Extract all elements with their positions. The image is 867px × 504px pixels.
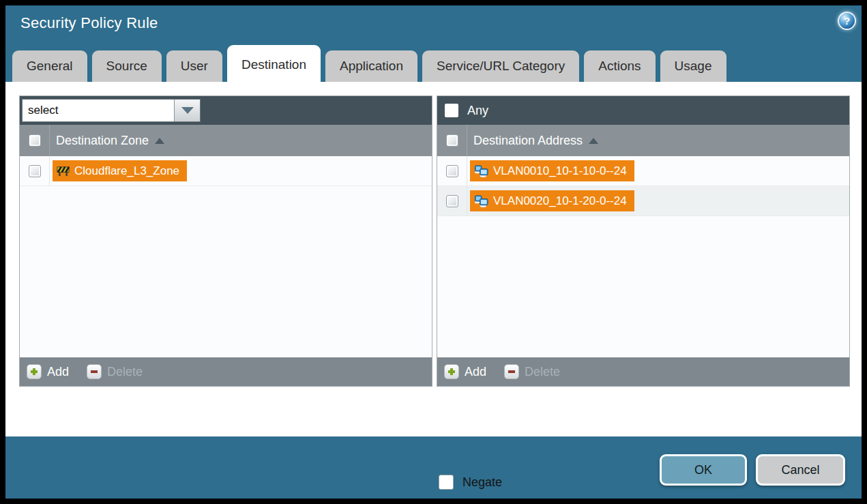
sort-ascending-icon bbox=[589, 138, 598, 144]
tab-destination[interactable]: Destination bbox=[227, 45, 321, 82]
zone-row-checkbox-cell bbox=[20, 156, 50, 186]
tab-actions[interactable]: Actions bbox=[584, 50, 655, 82]
address-column-label: Destination Address bbox=[473, 134, 583, 148]
tab-application[interactable]: Application bbox=[325, 50, 417, 82]
destination-address-panel: Any Destination Address bbox=[437, 95, 850, 387]
network-address-icon bbox=[474, 164, 488, 177]
zone-select-input[interactable] bbox=[23, 100, 174, 121]
chevron-down-icon bbox=[181, 107, 194, 114]
tab-strip: General Source User Destination Applicat… bbox=[7, 44, 859, 82]
tab-source[interactable]: Source bbox=[92, 50, 162, 82]
plus-icon bbox=[27, 364, 42, 379]
zone-row-cloudflare[interactable]: Cloudflare_L3_Zone bbox=[20, 156, 432, 186]
address-add-label: Add bbox=[465, 365, 486, 379]
zone-select-all-checkbox[interactable] bbox=[29, 134, 41, 147]
zone-column-title[interactable]: Destination Zone bbox=[56, 134, 164, 148]
plus-icon bbox=[444, 364, 459, 379]
zone-chip[interactable]: Cloudflare_L3_Zone bbox=[53, 160, 187, 181]
destination-zone-panel: Destination Zone bbox=[19, 95, 432, 387]
address-select-all-checkbox[interactable] bbox=[446, 134, 458, 147]
address-panel-header: Any bbox=[437, 96, 849, 125]
address-delete-button[interactable]: Delete bbox=[504, 364, 560, 379]
address-row-label: VLAN0010_10-1-10-0--24 bbox=[493, 164, 627, 178]
sort-ascending-icon bbox=[155, 138, 164, 144]
zone-barrier-icon bbox=[57, 165, 70, 177]
zone-delete-label: Delete bbox=[107, 365, 143, 379]
help-icon[interactable]: ? bbox=[838, 12, 856, 30]
address-add-button[interactable]: Add bbox=[444, 364, 486, 379]
zone-panel-header bbox=[20, 96, 432, 125]
title-bar: Security Policy Rule ? bbox=[5, 5, 862, 42]
security-policy-rule-dialog: Security Policy Rule ? General Source Us… bbox=[5, 5, 862, 499]
zone-column-label: Destination Zone bbox=[56, 134, 149, 148]
negate-label: Negate bbox=[462, 475, 502, 490]
tab-usage[interactable]: Usage bbox=[660, 50, 726, 82]
zone-delete-button[interactable]: Delete bbox=[87, 364, 143, 379]
zone-column-header: Destination Zone bbox=[20, 125, 432, 156]
ok-button[interactable]: OK bbox=[660, 454, 747, 486]
address-chip[interactable]: VLAN0020_10-1-20-0--24 bbox=[470, 190, 634, 211]
minus-icon bbox=[87, 364, 102, 379]
zone-add-button[interactable]: Add bbox=[27, 364, 69, 379]
address-panel-footer: Add Delete bbox=[437, 357, 849, 386]
address-row-label: VLAN0020_10-1-20-0--24 bbox=[493, 194, 627, 208]
zone-select-dropdown-button[interactable] bbox=[174, 100, 200, 121]
zone-add-label: Add bbox=[47, 365, 69, 379]
zone-row-checkbox[interactable] bbox=[29, 165, 41, 177]
minus-icon bbox=[504, 364, 519, 379]
address-chip[interactable]: VLAN0010_10-1-10-0--24 bbox=[470, 160, 634, 181]
any-toggle[interactable]: Any bbox=[439, 104, 488, 118]
negate-checkbox[interactable] bbox=[439, 475, 454, 490]
tab-general[interactable]: General bbox=[12, 50, 87, 82]
destination-tab-content: Destination Zone bbox=[5, 82, 862, 436]
zone-select-combo bbox=[22, 99, 201, 122]
cancel-button[interactable]: Cancel bbox=[756, 454, 845, 486]
address-row-checkbox-cell bbox=[437, 156, 467, 186]
address-column-title[interactable]: Destination Address bbox=[473, 134, 598, 148]
network-address-icon bbox=[474, 194, 488, 207]
address-delete-label: Delete bbox=[525, 365, 560, 379]
zone-panel-footer: Add Delete bbox=[20, 357, 432, 386]
address-select-all-cell bbox=[437, 125, 467, 156]
any-checkbox[interactable] bbox=[445, 104, 458, 117]
address-column-header: Destination Address bbox=[437, 125, 849, 156]
address-row-checkbox[interactable] bbox=[446, 195, 458, 207]
zone-select-all-cell bbox=[20, 125, 50, 156]
address-row-vlan0020[interactable]: VLAN0020_10-1-20-0--24 bbox=[437, 186, 849, 216]
tab-service-url-category[interactable]: Service/URL Category bbox=[422, 50, 579, 82]
tab-user[interactable]: User bbox=[166, 50, 222, 82]
address-rows: VLAN0010_10-1-10-0--24 bbox=[437, 156, 849, 357]
any-label: Any bbox=[467, 104, 488, 118]
negate-toggle[interactable]: Negate bbox=[439, 475, 502, 490]
zone-rows: Cloudflare_L3_Zone bbox=[20, 156, 432, 357]
address-row-vlan0010[interactable]: VLAN0010_10-1-10-0--24 bbox=[437, 156, 849, 186]
address-row-checkbox[interactable] bbox=[446, 165, 458, 177]
dialog-title: Security Policy Rule bbox=[20, 14, 158, 32]
zone-row-label: Cloudflare_L3_Zone bbox=[74, 164, 179, 178]
address-row-checkbox-cell bbox=[437, 186, 467, 216]
